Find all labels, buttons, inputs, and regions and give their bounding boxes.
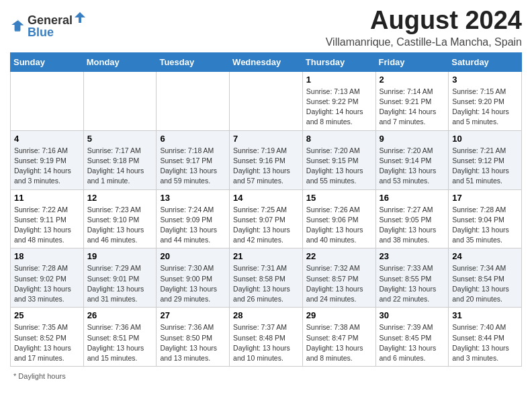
day-number: 6 (160, 134, 226, 144)
day-info: Sunrise: 7:26 AM Sunset: 9:06 PM Dayligh… (306, 205, 372, 246)
day-info: Sunrise: 7:37 AM Sunset: 8:48 PM Dayligh… (233, 322, 299, 363)
calendar-cell: 14Sunrise: 7:25 AM Sunset: 9:07 PM Dayli… (230, 189, 303, 248)
calendar-week-row: 11Sunrise: 7:22 AM Sunset: 9:11 PM Dayli… (11, 189, 522, 248)
main-title: August 2024 (326, 7, 522, 35)
day-number: 13 (160, 193, 226, 203)
calendar-cell: 22Sunrise: 7:32 AM Sunset: 8:57 PM Dayli… (302, 248, 375, 308)
day-info: Sunrise: 7:28 AM Sunset: 9:04 PM Dayligh… (452, 205, 518, 246)
calendar-cell: 28Sunrise: 7:37 AM Sunset: 8:48 PM Dayli… (230, 308, 303, 367)
calendar-cell: 27Sunrise: 7:36 AM Sunset: 8:50 PM Dayli… (157, 308, 230, 367)
day-number: 8 (306, 134, 372, 144)
calendar-cell: 23Sunrise: 7:33 AM Sunset: 8:55 PM Dayli… (375, 248, 449, 308)
header-cell-sunday: Sunday (11, 52, 84, 71)
calendar-cell: 11Sunrise: 7:22 AM Sunset: 9:11 PM Dayli… (11, 189, 84, 248)
calendar-cell: 30Sunrise: 7:39 AM Sunset: 8:45 PM Dayli… (375, 308, 449, 367)
day-number: 31 (452, 310, 518, 320)
day-number: 5 (87, 134, 153, 144)
calendar-cell: 10Sunrise: 7:21 AM Sunset: 9:12 PM Dayli… (449, 130, 522, 189)
calendar-cell: 12Sunrise: 7:23 AM Sunset: 9:10 PM Dayli… (83, 189, 157, 248)
day-info: Sunrise: 7:18 AM Sunset: 9:17 PM Dayligh… (160, 146, 226, 187)
day-info: Sunrise: 7:36 AM Sunset: 8:50 PM Dayligh… (160, 322, 226, 363)
day-number: 1 (306, 75, 372, 85)
day-number: 26 (87, 310, 153, 320)
day-info: Sunrise: 7:16 AM Sunset: 9:19 PM Dayligh… (14, 146, 80, 187)
day-number: 24 (452, 251, 518, 261)
day-info: Sunrise: 7:15 AM Sunset: 9:20 PM Dayligh… (452, 87, 518, 128)
day-info: Sunrise: 7:19 AM Sunset: 9:16 PM Dayligh… (233, 146, 299, 187)
day-info: Sunrise: 7:33 AM Sunset: 8:55 PM Dayligh… (380, 263, 445, 304)
day-number: 18 (14, 251, 80, 261)
logo-arrow-icon (73, 11, 87, 24)
calendar-cell: 16Sunrise: 7:27 AM Sunset: 9:05 PM Dayli… (375, 189, 449, 248)
day-info: Sunrise: 7:30 AM Sunset: 9:00 PM Dayligh… (160, 263, 226, 304)
day-number: 17 (452, 193, 518, 203)
logo: General Blue (10, 11, 87, 39)
calendar-week-row: 18Sunrise: 7:28 AM Sunset: 9:02 PM Dayli… (11, 248, 522, 308)
calendar-week-row: 1Sunrise: 7:13 AM Sunset: 9:22 PM Daylig… (11, 71, 522, 130)
day-info: Sunrise: 7:40 AM Sunset: 8:44 PM Dayligh… (452, 322, 518, 363)
day-info: Sunrise: 7:28 AM Sunset: 9:02 PM Dayligh… (14, 263, 80, 304)
day-number: 20 (160, 251, 226, 261)
calendar-cell: 6Sunrise: 7:18 AM Sunset: 9:17 PM Daylig… (157, 130, 230, 189)
footer-note: * Daylight hours (10, 372, 522, 380)
day-info: Sunrise: 7:29 AM Sunset: 9:01 PM Dayligh… (87, 263, 153, 304)
calendar-cell: 31Sunrise: 7:40 AM Sunset: 8:44 PM Dayli… (449, 308, 522, 367)
day-info: Sunrise: 7:32 AM Sunset: 8:57 PM Dayligh… (306, 263, 372, 304)
calendar-cell: 9Sunrise: 7:20 AM Sunset: 9:14 PM Daylig… (375, 130, 449, 189)
calendar-cell: 5Sunrise: 7:17 AM Sunset: 9:18 PM Daylig… (83, 130, 157, 189)
calendar-cell: 20Sunrise: 7:30 AM Sunset: 9:00 PM Dayli… (157, 248, 230, 308)
calendar-week-row: 4Sunrise: 7:16 AM Sunset: 9:19 PM Daylig… (11, 130, 522, 189)
day-number: 3 (452, 75, 518, 85)
day-number: 22 (306, 251, 372, 261)
calendar-cell: 21Sunrise: 7:31 AM Sunset: 8:58 PM Dayli… (230, 248, 303, 308)
calendar-cell: 13Sunrise: 7:24 AM Sunset: 9:09 PM Dayli… (157, 189, 230, 248)
day-info: Sunrise: 7:38 AM Sunset: 8:47 PM Dayligh… (306, 322, 372, 363)
day-info: Sunrise: 7:20 AM Sunset: 9:14 PM Dayligh… (380, 146, 445, 187)
header-cell-tuesday: Tuesday (157, 52, 230, 71)
header-cell-monday: Monday (83, 52, 157, 71)
day-number: 15 (306, 193, 372, 203)
calendar-cell: 8Sunrise: 7:20 AM Sunset: 9:15 PM Daylig… (302, 130, 375, 189)
day-number: 27 (160, 310, 226, 320)
logo-blue-text: Blue (28, 26, 54, 39)
calendar-cell: 19Sunrise: 7:29 AM Sunset: 9:01 PM Dayli… (83, 248, 157, 308)
day-number: 2 (380, 75, 445, 85)
calendar-cell (230, 71, 303, 130)
header-cell-saturday: Saturday (449, 52, 522, 71)
day-info: Sunrise: 7:24 AM Sunset: 9:09 PM Dayligh… (160, 205, 226, 246)
calendar-cell (83, 71, 157, 130)
logo-general-text: General (28, 14, 73, 26)
calendar-cell: 2Sunrise: 7:14 AM Sunset: 9:21 PM Daylig… (375, 71, 449, 130)
day-number: 19 (87, 251, 153, 261)
calendar-cell: 7Sunrise: 7:19 AM Sunset: 9:16 PM Daylig… (230, 130, 303, 189)
day-info: Sunrise: 7:25 AM Sunset: 9:07 PM Dayligh… (233, 205, 299, 246)
day-info: Sunrise: 7:22 AM Sunset: 9:11 PM Dayligh… (14, 205, 80, 246)
header-cell-thursday: Thursday (302, 52, 375, 71)
title-area: August 2024 Villamanrique, Castille-La M… (326, 7, 522, 48)
day-number: 11 (14, 193, 80, 203)
day-number: 7 (233, 134, 299, 144)
calendar-cell: 29Sunrise: 7:38 AM Sunset: 8:47 PM Dayli… (302, 308, 375, 367)
day-info: Sunrise: 7:34 AM Sunset: 8:54 PM Dayligh… (452, 263, 518, 304)
day-number: 16 (380, 193, 445, 203)
day-number: 28 (233, 310, 299, 320)
day-number: 10 (452, 134, 518, 144)
calendar-cell: 15Sunrise: 7:26 AM Sunset: 9:06 PM Dayli… (302, 189, 375, 248)
day-info: Sunrise: 7:23 AM Sunset: 9:10 PM Dayligh… (87, 205, 153, 246)
day-number: 23 (380, 251, 445, 261)
day-info: Sunrise: 7:31 AM Sunset: 8:58 PM Dayligh… (233, 263, 299, 304)
day-number: 21 (233, 251, 299, 261)
calendar-cell: 24Sunrise: 7:34 AM Sunset: 8:54 PM Dayli… (449, 248, 522, 308)
day-info: Sunrise: 7:20 AM Sunset: 9:15 PM Dayligh… (306, 146, 372, 187)
day-info: Sunrise: 7:36 AM Sunset: 8:51 PM Dayligh… (87, 322, 153, 363)
calendar-table: SundayMondayTuesdayWednesdayThursdayFrid… (10, 52, 522, 367)
header-cell-friday: Friday (375, 52, 449, 71)
calendar-cell: 17Sunrise: 7:28 AM Sunset: 9:04 PM Dayli… (449, 189, 522, 248)
day-number: 12 (87, 193, 153, 203)
day-info: Sunrise: 7:17 AM Sunset: 9:18 PM Dayligh… (87, 146, 153, 187)
calendar-cell: 18Sunrise: 7:28 AM Sunset: 9:02 PM Dayli… (11, 248, 84, 308)
header-cell-wednesday: Wednesday (230, 52, 303, 71)
header: General Blue August 2024 Villamanrique, … (10, 7, 522, 48)
calendar-cell: 3Sunrise: 7:15 AM Sunset: 9:20 PM Daylig… (449, 71, 522, 130)
daylight-label: Daylight hours (18, 372, 65, 380)
